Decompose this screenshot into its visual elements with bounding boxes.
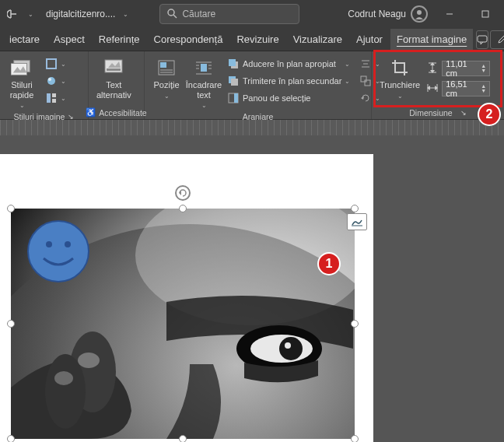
send-backward-button[interactable]: Trimitere în plan secundar⌄ xyxy=(224,73,353,89)
svg-rect-5 xyxy=(478,36,487,42)
bring-forward-button[interactable]: Aducere în plan apropiat⌄ xyxy=(224,56,353,72)
avatar xyxy=(411,5,428,23)
height-input[interactable]: 11,01 cm▲▼ xyxy=(442,61,490,76)
svg-rect-16 xyxy=(107,68,121,71)
align-icon xyxy=(359,58,372,70)
height-icon xyxy=(426,61,439,75)
dialog-launcher-icon[interactable]: ↘ xyxy=(460,109,467,117)
search-input[interactable]: Căutare xyxy=(159,4,299,24)
svg-rect-38 xyxy=(361,76,366,82)
selected-image[interactable] xyxy=(11,209,355,439)
width-icon xyxy=(426,82,439,96)
bring-forward-icon xyxy=(227,58,240,70)
back-icon[interactable] xyxy=(5,6,20,22)
title-chevron[interactable]: ⌄ xyxy=(123,11,128,18)
svg-rect-13 xyxy=(52,93,56,97)
svg-point-63 xyxy=(28,221,89,282)
tab-vizualizare[interactable]: Vizualizare xyxy=(287,29,348,50)
dimension-group-label: Dimensiune xyxy=(409,108,452,118)
width-input[interactable]: 16,51 cm▲▼ xyxy=(442,81,490,96)
spinner-down-icon[interactable]: ▼ xyxy=(481,68,486,73)
group-icon xyxy=(359,75,372,87)
resize-handle-s[interactable] xyxy=(179,435,187,442)
picture-styles-icon xyxy=(11,58,33,78)
resize-handle-sw[interactable] xyxy=(7,435,15,442)
layout-icon xyxy=(45,92,58,104)
tab-aspect[interactable]: Aspect xyxy=(47,29,91,50)
rotation-handle[interactable] xyxy=(175,185,191,201)
minimize-button[interactable] xyxy=(436,3,464,25)
svg-rect-4 xyxy=(482,11,488,17)
document-title[interactable]: digitalcitizenro.... xyxy=(41,9,115,19)
border-icon xyxy=(45,58,58,70)
svg-line-1 xyxy=(173,15,177,18)
alt-text-button[interactable]: Text alternativ xyxy=(93,56,135,101)
tab-ajutor[interactable]: Ajutor xyxy=(350,29,389,50)
search-icon xyxy=(166,8,177,21)
resize-handle-se[interactable] xyxy=(351,435,359,442)
resize-handle-e[interactable] xyxy=(351,320,359,328)
picture-border-button[interactable]: ⌄ xyxy=(42,56,69,72)
resize-handle-ne[interactable] xyxy=(351,205,359,212)
selection-pane-icon xyxy=(227,92,240,104)
annotation-marker-1: 1 xyxy=(317,252,341,275)
picture-effects-button[interactable]: ⌄ xyxy=(42,73,69,89)
crop-icon xyxy=(389,58,411,78)
svg-point-61 xyxy=(78,353,100,368)
tab-corespondenta[interactable]: Corespondență xyxy=(148,29,229,50)
editing-mode-button[interactable]: Editare ⌄ xyxy=(490,30,504,49)
tab-proiectare[interactable]: iectare xyxy=(3,29,46,50)
maximize-button[interactable] xyxy=(471,3,499,25)
svg-rect-32 xyxy=(231,79,238,86)
spinner-down-icon[interactable]: ▼ xyxy=(481,89,486,93)
acc-icon: ♿ xyxy=(86,107,96,118)
document-area[interactable]: produsele tehnologice ce ne domină viața… xyxy=(0,135,504,442)
svg-point-0 xyxy=(168,9,174,16)
alt-text-icon xyxy=(103,58,124,78)
effects-icon xyxy=(45,75,58,87)
smiley-shape[interactable] xyxy=(26,219,90,283)
comments-button[interactable] xyxy=(476,30,488,49)
group-styles: Stiluri rapide ⌄ ⌄ ⌄ ⌄ Stiluri imagine↘ xyxy=(0,51,89,119)
svg-rect-14 xyxy=(52,99,56,103)
position-button[interactable]: Poziție ⌄ xyxy=(149,56,184,101)
tab-format-imagine[interactable]: Format imagine xyxy=(390,29,473,50)
resize-handle-w[interactable] xyxy=(7,320,15,328)
selection-pane-button[interactable]: Panou de selecție xyxy=(224,90,353,106)
quick-styles-button[interactable]: Stiluri rapide ⌄ xyxy=(5,56,39,110)
svg-rect-9 xyxy=(47,59,56,68)
search-placeholder: Căutare xyxy=(182,9,215,19)
page: produsele tehnologice ce ne domină viața… xyxy=(0,154,373,442)
ribbon: Stiluri rapide ⌄ ⌄ ⌄ ⌄ Stiluri imagine↘ … xyxy=(0,51,504,120)
svg-rect-34 xyxy=(234,93,238,103)
tab-referinte[interactable]: Referințe xyxy=(93,29,146,50)
svg-rect-12 xyxy=(47,93,51,103)
layout-options-button[interactable] xyxy=(347,213,367,230)
wrap-text-button[interactable]: Încadrare text ⌄ xyxy=(187,56,221,110)
resize-handle-nw[interactable] xyxy=(7,205,15,212)
resize-handle-n[interactable] xyxy=(179,205,187,212)
send-backward-icon xyxy=(227,75,240,87)
group-accessibility: Text alternativ ♿Accesibilitate xyxy=(89,51,145,119)
group-arrange: Poziție ⌄ Încadrare text ⌄ Aducere în pl… xyxy=(145,51,372,119)
svg-point-10 xyxy=(47,77,55,85)
tab-revizuire[interactable]: Revizuire xyxy=(230,29,285,50)
position-icon xyxy=(156,58,177,78)
wrap-icon xyxy=(193,58,215,78)
pencil-icon xyxy=(497,35,504,44)
svg-point-62 xyxy=(54,371,73,385)
picture-layout-button[interactable]: ⌄ xyxy=(42,90,69,106)
user-name: Codrut Neagu xyxy=(348,9,406,19)
ribbon-tabs: iectare Aspect Referințe Corespondență R… xyxy=(0,28,504,51)
svg-point-60 xyxy=(45,354,86,429)
svg-rect-19 xyxy=(160,62,166,68)
crop-button[interactable]: Trunchiere ⌄ xyxy=(376,56,423,101)
user-account[interactable]: Codrut Neagu xyxy=(348,5,428,23)
svg-rect-39 xyxy=(365,80,370,86)
svg-point-64 xyxy=(46,241,52,247)
horizontal-ruler[interactable] xyxy=(0,120,504,135)
svg-point-65 xyxy=(65,241,71,247)
svg-point-2 xyxy=(417,10,422,15)
annotation-marker-2: 2 xyxy=(478,103,501,126)
svg-rect-30 xyxy=(229,59,236,66)
